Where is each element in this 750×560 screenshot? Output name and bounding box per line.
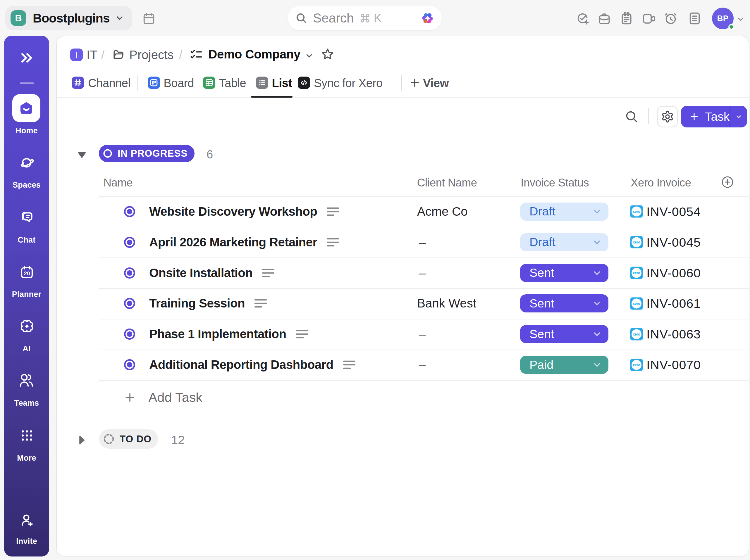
- svg-text:20: 20: [24, 270, 30, 276]
